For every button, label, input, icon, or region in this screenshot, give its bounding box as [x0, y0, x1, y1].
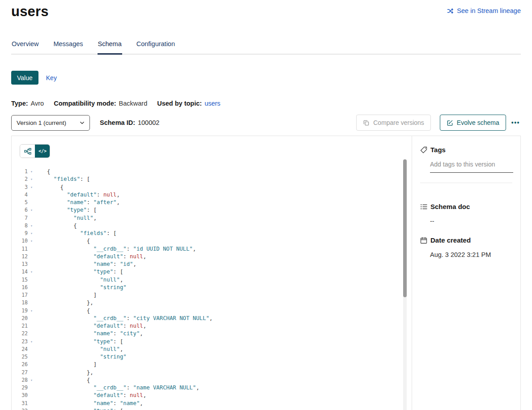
compare-versions-button[interactable]: Compare versions — [356, 115, 431, 131]
editor-scrollbar-thumb[interactable] — [403, 159, 407, 297]
fold-collapse-icon[interactable]: ▾ — [28, 376, 35, 384]
code-line: 11 "__crdb__": "id UUID NOT NULL", — [12, 245, 412, 253]
fold-spacer — [28, 361, 35, 368]
fold-spacer — [28, 214, 35, 222]
line-number: 14 — [12, 268, 28, 276]
used-by-topic-label: Used by topic: — [157, 100, 202, 107]
code-view-button[interactable]: </> — [35, 145, 50, 158]
line-number: 24 — [12, 346, 28, 353]
code-text: "type": [ — [35, 206, 97, 214]
line-number: 21 — [12, 322, 28, 330]
tab-bar: Overview Messages Schema Configuration — [11, 38, 521, 55]
topic-link[interactable]: users — [204, 100, 220, 107]
tab-schema[interactable]: Schema — [98, 38, 122, 55]
fold-collapse-icon[interactable]: ▾ — [28, 206, 35, 214]
doc-list-icon — [420, 203, 427, 210]
code-line: 28▾ { — [12, 376, 412, 384]
fold-collapse-icon[interactable]: ▾ — [28, 338, 35, 346]
line-number: 8 — [12, 222, 28, 230]
line-number: 7 — [12, 214, 28, 222]
line-number: 27 — [12, 369, 28, 376]
add-tags-input[interactable] — [430, 161, 513, 173]
code-line: 29 "__crdb__": "name VARCHAR NULL", — [12, 384, 412, 392]
version-select[interactable]: Version 1 (current) — [11, 115, 90, 131]
fold-collapse-icon[interactable]: ▾ — [28, 184, 35, 191]
sidebar-divider — [420, 183, 512, 183]
line-number: 16 — [12, 284, 28, 291]
code-text: "name": "city", — [35, 330, 143, 337]
tab-messages[interactable]: Messages — [53, 38, 83, 54]
code-text: { — [35, 307, 90, 315]
code-text: "default": null, — [35, 322, 146, 330]
code-text: "string" — [35, 284, 127, 291]
date-created-title: Date created — [430, 236, 471, 244]
date-created-value: Aug. 3 2022 3:21 PM — [430, 251, 512, 258]
code-line: 10▾ { — [12, 237, 412, 245]
page-header: users See in Stream lineage — [11, 4, 521, 20]
tree-view-button[interactable] — [20, 145, 35, 158]
code-line: 26 ] — [12, 361, 412, 368]
code-line: 18 }, — [12, 299, 412, 307]
code-text: "__crdb__": "name VARCHAR NULL", — [35, 384, 200, 392]
schema-id-value: 100002 — [138, 119, 159, 126]
schema-json-code: 1▾{2▾ "fields": [3▾ {4 "default": null,5… — [12, 168, 412, 410]
code-line: 16 "string" — [12, 284, 412, 291]
stream-lineage-label: See in Stream lineage — [457, 7, 521, 14]
code-text: "name": "after", — [35, 199, 120, 206]
more-actions-button[interactable]: ••• — [511, 117, 521, 128]
code-line: 22 "name": "city", — [12, 330, 412, 337]
fold-collapse-icon[interactable]: ▾ — [28, 268, 35, 276]
code-text: ] — [35, 361, 97, 368]
line-number: 20 — [12, 315, 28, 322]
line-number: 25 — [12, 353, 28, 361]
fold-spacer — [28, 400, 35, 407]
fold-collapse-icon[interactable]: ▾ — [28, 230, 35, 237]
schema-meta-row: Type: Avro Compatibility mode: Backward … — [11, 100, 521, 107]
tab-overview[interactable]: Overview — [11, 38, 39, 54]
schema-detail-panel: </> 1▾{2▾ "fields": [3▾ {4 "default": nu… — [11, 136, 521, 410]
type-group: Type: Avro — [11, 100, 44, 107]
value-toggle-button[interactable]: Value — [11, 71, 38, 85]
code-line: 17 ] — [12, 291, 412, 299]
fold-spacer — [28, 322, 35, 330]
code-text: { — [35, 184, 64, 191]
code-line: 25 "string" — [12, 353, 412, 361]
fold-collapse-icon[interactable]: ▾ — [28, 407, 35, 410]
key-toggle-button[interactable]: Key — [38, 74, 64, 81]
fold-collapse-icon[interactable]: ▾ — [28, 237, 35, 245]
stream-lineage-link[interactable]: See in Stream lineage — [447, 7, 521, 14]
line-number: 29 — [12, 384, 28, 392]
code-line: 19▾ { — [12, 307, 412, 315]
compatibility-label: Compatibility mode: — [54, 100, 116, 107]
fold-collapse-icon[interactable]: ▾ — [28, 168, 35, 175]
code-text: "name": "name", — [35, 400, 143, 407]
line-number: 22 — [12, 330, 28, 337]
editor-scrollbar[interactable] — [403, 159, 407, 410]
code-text: { — [35, 237, 90, 245]
evolve-schema-button[interactable]: Evolve schema — [440, 115, 506, 131]
code-line: 32▾ "type": [ — [12, 407, 412, 410]
schema-id-label: Schema ID: — [100, 119, 135, 126]
code-text: { — [35, 376, 90, 384]
fold-spacer — [28, 384, 35, 392]
used-by-topic-group: Used by topic: users — [157, 100, 220, 107]
fold-collapse-icon[interactable]: ▾ — [28, 307, 35, 315]
code-text: "type": [ — [35, 338, 123, 346]
line-number: 5 — [12, 199, 28, 206]
schema-doc-value: -- — [430, 218, 512, 225]
schema-sidebar: Tags Schema doc -- — [412, 136, 520, 410]
line-number: 6 — [12, 206, 28, 214]
tab-configuration[interactable]: Configuration — [136, 38, 175, 54]
code-line: 21 "default": null, — [12, 322, 412, 330]
code-line: 1▾{ — [12, 168, 412, 175]
hierarchy-icon — [24, 148, 31, 155]
code-text: "null", — [35, 346, 123, 353]
code-text: "type": [ — [35, 268, 123, 276]
line-number: 19 — [12, 307, 28, 315]
fold-spacer — [28, 369, 35, 376]
fold-collapse-icon[interactable]: ▾ — [28, 222, 35, 230]
evolve-schema-label: Evolve schema — [457, 119, 499, 126]
fold-spacer — [28, 315, 35, 322]
code-line: 12 "default": null, — [12, 253, 412, 261]
fold-collapse-icon[interactable]: ▾ — [28, 175, 35, 183]
